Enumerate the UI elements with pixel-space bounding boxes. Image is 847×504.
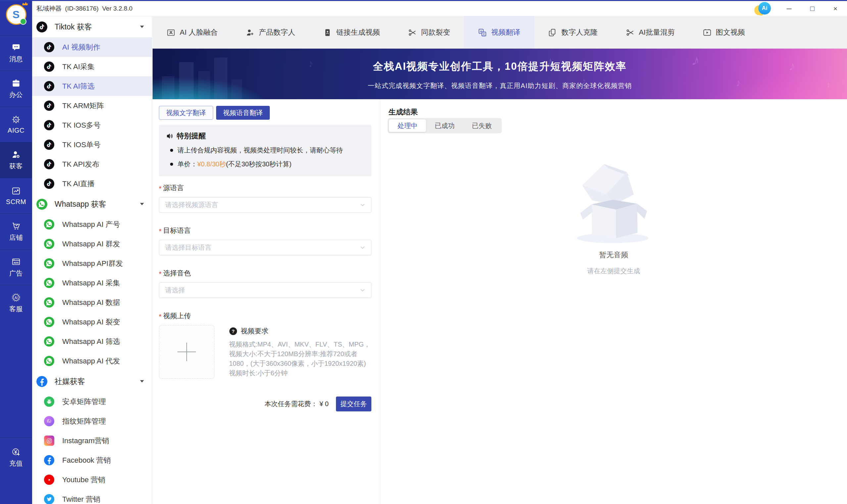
rail-item-recharge[interactable]: 充值 <box>0 437 32 478</box>
tab-product-avatar[interactable]: 产品数字人 <box>232 16 309 49</box>
tab-label: 数字人克隆 <box>561 28 598 37</box>
sidebar-item[interactable]: TK ARM矩阵 <box>32 96 152 115</box>
rail-item-shop[interactable]: 店铺 <box>0 214 32 249</box>
video-requirements: ? 视频要求 视频格式:MP4、AVI、MKV、FLV、TS、MPG，视频大小:… <box>229 325 371 379</box>
tab-avatar-clone[interactable]: 数字人克隆 <box>534 16 612 49</box>
select-placeholder: 请选择视频源语言 <box>165 200 360 209</box>
upload-label-text: 视频上传 <box>163 311 191 321</box>
logo-letter: S <box>13 8 19 21</box>
sidebar-section-social[interactable]: 社媒获客 <box>32 371 152 392</box>
select-source-language[interactable]: 请选择视频源语言 <box>159 197 371 213</box>
sidebar-item[interactable]: 安卓矩阵管理 <box>32 392 152 411</box>
sidebar-item[interactable]: Whatsapp AI 裂变 <box>32 312 152 332</box>
sidebar-item[interactable]: TK API发布 <box>32 155 152 174</box>
rail-item-label: 充值 <box>9 459 23 468</box>
sidebar-item[interactable]: TK AI直播 <box>32 174 152 194</box>
tab-batch-cut[interactable]: AI批量混剪 <box>612 16 689 49</box>
sidebar-item[interactable]: AI 视频制作 <box>32 37 152 57</box>
cost-value: ¥ 0 <box>319 400 329 408</box>
rail-item-acquire[interactable]: 获客 <box>0 142 32 178</box>
bullet-dot-icon <box>170 163 173 166</box>
select-placeholder: 请选择目标语言 <box>165 243 360 252</box>
whatsapp-icon <box>44 239 54 249</box>
translate-form: 视频文字翻译 视频语音翻译 特别提醒 请上传合规内容视频，视频类处理时间较长，请… <box>153 99 380 504</box>
android-icon <box>44 397 54 407</box>
tab-pic-video[interactable]: 图文视频 <box>689 16 759 49</box>
rail-item-label: 消息 <box>9 55 23 64</box>
select-voice[interactable]: 请选择 <box>159 283 371 298</box>
video-voice-translate-button[interactable]: 视频语音翻译 <box>216 106 270 120</box>
sidebar-item-label: Instagram营销 <box>62 436 109 446</box>
requirements-title: 视频要求 <box>241 326 269 336</box>
whatsapp-icon <box>44 278 54 288</box>
sidebar-item[interactable]: Whatsapp AI 筛选 <box>32 332 152 351</box>
maximize-button[interactable]: □ <box>801 1 824 16</box>
sidebar-section-label: Whatsapp 获客 <box>55 199 106 209</box>
cost-label: 本次任务需花费： <box>264 399 317 409</box>
video-text-translate-button[interactable]: 视频文字翻译 <box>159 106 213 120</box>
tab-link-video[interactable]: 链接生成视频 <box>309 16 394 49</box>
sidebar-item[interactable]: Whatsapp AI 代发 <box>32 351 152 371</box>
sidebar-item[interactable]: Whatsapp AI 群发 <box>32 234 152 254</box>
tab-label: 产品数字人 <box>259 28 295 37</box>
phone-face-icon <box>323 28 332 37</box>
sidebar-item[interactable]: Whatsapp AI 采集 <box>32 273 152 293</box>
select-target-language[interactable]: 请选择目标语言 <box>159 240 371 255</box>
sidebar-item-label: Facebook 营销 <box>62 455 111 465</box>
sidebar-section-label: Tiktok 获客 <box>55 22 92 32</box>
sidebar-item[interactable]: Whatsapp AI 数据 <box>32 293 152 312</box>
sidebar-section-tiktok[interactable]: Tiktok 获客 <box>32 16 152 37</box>
rail-item-messages[interactable]: 消息 <box>0 35 32 71</box>
sidebar-item[interactable]: Youtube 营销 <box>32 470 152 489</box>
sidebar-item[interactable]: Instagram营销 <box>32 431 152 450</box>
sidebar-item[interactable]: Whatsapp API群发 <box>32 254 152 273</box>
rail-item-label: 客服 <box>9 305 23 313</box>
rail-item-service[interactable]: AI客服 <box>0 285 32 321</box>
rail-item-ads[interactable]: ADS广告 <box>0 249 32 285</box>
field-label-voice: *选择音色 <box>159 269 371 278</box>
sidebar-item[interactable]: TK AI采集 <box>32 57 152 76</box>
tiktok-icon <box>44 179 54 189</box>
ai-assistant-button[interactable]: Ai <box>754 2 771 16</box>
sidebar-item[interactable]: Twitter 营销 <box>32 489 152 504</box>
svg-text:AI: AI <box>15 118 18 121</box>
minimize-button[interactable]: ─ <box>777 1 801 16</box>
close-button[interactable]: × <box>824 1 847 16</box>
rail-item-aigc[interactable]: AIAIGC <box>0 107 32 142</box>
upload-dropzone[interactable] <box>159 325 214 379</box>
sidebar-item[interactable]: TK IOS单号 <box>32 135 152 155</box>
rail-item-office[interactable]: 办公 <box>0 71 32 107</box>
tab-face-fusion[interactable]: AI 人脸融合 <box>153 16 232 49</box>
sidebar-item[interactable]: 指纹矩阵管理 <box>32 411 152 431</box>
tab-same-style[interactable]: 同款裂变 <box>394 16 464 49</box>
sidebar-item[interactable]: TK AI筛选 <box>32 76 152 96</box>
tiktok-icon <box>36 21 47 32</box>
sidebar-item[interactable]: Facebook 营销 <box>32 450 152 470</box>
rail-item-scrm[interactable]: SCRM <box>0 178 32 214</box>
crown-icon <box>22 2 29 6</box>
tab-video-translate[interactable]: A文视频翻译 <box>464 16 534 49</box>
empty-box-illustration <box>572 155 655 247</box>
play-video-icon <box>703 28 712 37</box>
briefcase-icon <box>12 79 20 88</box>
results-tab-failed[interactable]: 已失败 <box>463 120 500 132</box>
rail-item-label: SCRM <box>6 198 26 206</box>
instagram-icon <box>44 435 54 446</box>
bullet-dot-icon <box>170 149 173 152</box>
sidebar-item-label: Whatsapp AI 采集 <box>62 278 120 288</box>
whatsapp-icon <box>44 317 54 327</box>
sidebar-item[interactable]: TK IOS多号 <box>32 115 152 135</box>
facebook-icon <box>44 455 54 465</box>
form-inner: 视频文字翻译 视频语音翻译 特别提醒 请上传合规内容视频，视频类处理时间较长，请… <box>153 99 380 411</box>
window-top-border <box>0 0 847 1</box>
price-suffix: (不足30秒按30秒计算) <box>226 160 292 168</box>
sidebar-section-whatsapp[interactable]: Whatsapp 获客 <box>32 194 152 215</box>
submit-task-button[interactable]: 提交任务 <box>336 397 371 411</box>
app-logo[interactable]: S <box>6 4 27 25</box>
chevron-down-icon <box>140 25 144 28</box>
plus-icon <box>177 343 196 361</box>
sidebar-item-label: Whatsapp AI 数据 <box>62 298 120 308</box>
sidebar-item[interactable]: Whatsapp AI 产号 <box>32 215 152 234</box>
results-tab-processing[interactable]: 处理中 <box>389 120 426 132</box>
results-tab-succeeded[interactable]: 已成功 <box>426 120 463 132</box>
